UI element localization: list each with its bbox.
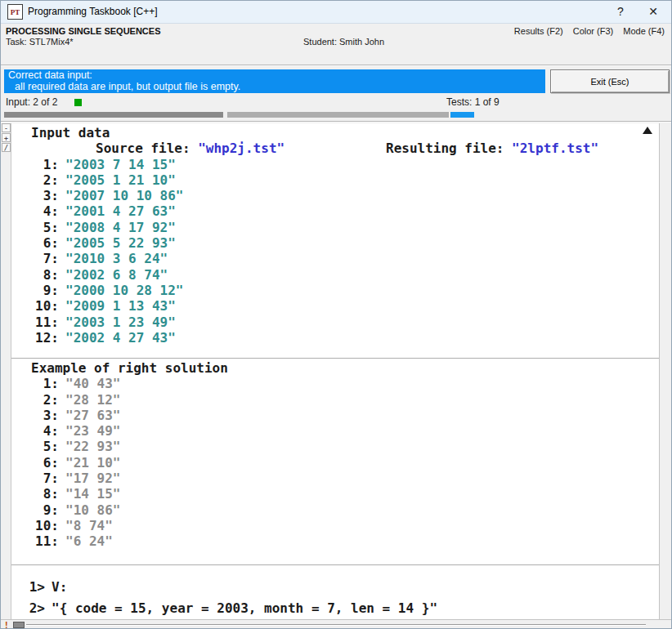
result-section: 1> V: 2> "{ code = 15, year = 2003, mont… xyxy=(16,577,644,619)
input-data-row: 8: "2002 6 8 74" xyxy=(16,267,644,283)
example-rows: 1: "40 43" 2: "28 12" 3: "27 63" 4: "23 … xyxy=(16,376,644,549)
example-row: 10: "8 74" xyxy=(16,518,644,533)
row-value: "23 49" xyxy=(65,423,120,439)
app-icon-letters: PT xyxy=(11,8,20,16)
task-window-text: Input data Source file:"whp2j.tst" Resul… xyxy=(16,123,644,619)
result-rows: 1> V: 2> "{ code = 15, year = 2003, mont… xyxy=(16,577,644,619)
app-window: PT Programming Taskbook [C++] ? ✕ PROCES… xyxy=(0,0,672,629)
example-row: 1: "40 43" xyxy=(16,376,644,391)
hscroll-thumb[interactable] xyxy=(13,622,25,628)
row-value: "2002 4 27 43" xyxy=(65,330,176,346)
content-panel: -+/ Input data Source file:"whp2j.tst" R… xyxy=(2,123,660,619)
resulting-file-group: Resulting file:"2lptf.tst" xyxy=(386,141,598,156)
example-row: 3: "27 63" xyxy=(16,408,644,423)
input-data-row: 7: "2010 3 6 24" xyxy=(16,251,644,266)
row-value: "6 24" xyxy=(65,533,113,549)
row-value: "2003 7 14 15" xyxy=(65,157,176,172)
row-number: 5: xyxy=(16,220,59,235)
row-value: "2009 1 13 43" xyxy=(65,298,176,314)
result-row: 2> "{ code = 15, year = 2003, month = 7,… xyxy=(16,598,644,619)
row-value: "2001 4 27 63" xyxy=(65,203,176,219)
input-counter: Input: 2 of 2 xyxy=(6,96,57,108)
row-value: "27 63" xyxy=(65,408,120,423)
example-title: Example of right solution xyxy=(16,360,644,376)
row-number: 9: xyxy=(16,502,59,518)
row-number: 3: xyxy=(16,408,59,423)
example-row: 6: "21 10" xyxy=(16,455,644,471)
header-menu: Results (F2)Color (F3)Mode (F4) xyxy=(514,26,665,36)
example-section: Example of right solution 1: "40 43" 2: … xyxy=(16,360,644,550)
input-data-section: Input data Source file:"whp2j.tst" Resul… xyxy=(16,125,644,346)
tests-counter: Tests: 1 of 9 xyxy=(446,96,500,108)
row-number: 6: xyxy=(16,455,59,471)
row-value: V: xyxy=(52,577,67,598)
alert-indicator: ! xyxy=(5,620,8,629)
resulting-file-name: "2lptf.tst" xyxy=(512,141,598,156)
gutter-button[interactable]: / xyxy=(2,143,11,152)
row-number: 1: xyxy=(16,157,59,172)
row-value: "2002 6 8 74" xyxy=(65,267,168,283)
row-number: 6: xyxy=(16,235,59,251)
input-data-row: 1: "2003 7 14 15" xyxy=(16,157,644,172)
row-number: 7: xyxy=(16,251,59,266)
input-data-row: 2: "2005 1 21 10" xyxy=(16,172,644,188)
row-value: "2003 1 23 49" xyxy=(65,314,176,330)
row-value: "2005 1 21 10" xyxy=(65,172,176,188)
row-value: "2007 10 10 86" xyxy=(65,188,184,203)
help-button[interactable]: ? xyxy=(611,1,630,23)
menu-item[interactable]: Results (F2) xyxy=(514,26,563,36)
example-row: 5: "22 93" xyxy=(16,439,644,454)
input-data-row: 10: "2009 1 13 43" xyxy=(16,298,644,314)
row-value: "10 86" xyxy=(65,502,120,518)
row-number: 1> xyxy=(16,577,45,598)
row-number: 11: xyxy=(16,314,59,330)
app-icon: PT xyxy=(7,4,23,20)
resulting-file-label: Resulting file: xyxy=(386,141,504,156)
row-value: "{ code = 15, year = 2003, month = 7, le… xyxy=(52,598,437,619)
row-value: "14 15" xyxy=(65,486,120,502)
row-number: 12: xyxy=(16,330,59,346)
input-data-row: 5: "2008 4 17 92" xyxy=(16,220,644,235)
banner-detail: all required data are input, but output … xyxy=(4,82,545,93)
example-row: 2: "28 12" xyxy=(16,392,644,408)
close-button[interactable]: ✕ xyxy=(643,1,663,23)
row-number: 4: xyxy=(16,203,59,219)
section-separator-1 xyxy=(11,358,659,359)
row-number: 1: xyxy=(16,376,59,391)
row-value: "2005 5 22 93" xyxy=(65,235,176,251)
input-data-row: 12: "2002 4 27 43" xyxy=(16,330,644,346)
row-value: "2000 10 28 12" xyxy=(65,283,184,298)
hscroll-track[interactable] xyxy=(26,624,646,625)
status-banner: Correct data input: all required data ar… xyxy=(4,69,545,93)
example-row: 9: "10 86" xyxy=(16,502,644,518)
input-data-row: 11: "2003 1 23 49" xyxy=(16,314,644,330)
example-row: 8: "14 15" xyxy=(16,486,644,502)
row-number: 2: xyxy=(16,172,59,188)
row-value: "2010 3 6 24" xyxy=(65,251,168,266)
menu-item[interactable]: Color (F3) xyxy=(573,26,614,36)
gutter-button[interactable]: + xyxy=(2,133,11,142)
title-bar: PT Programming Taskbook [C++] ? ✕ xyxy=(1,1,671,24)
input-progress-bar xyxy=(4,112,223,118)
row-number: 8: xyxy=(16,267,59,283)
input-data-row: 3: "2007 10 10 86" xyxy=(16,188,644,203)
source-file-group: Source file:"whp2j.tst" xyxy=(96,141,284,156)
row-number: 7: xyxy=(16,471,59,486)
input-data-row: 4: "2001 4 27 63" xyxy=(16,203,644,219)
gutter-button[interactable]: - xyxy=(2,123,11,132)
student-label: Student: Smith John xyxy=(303,37,384,47)
row-number: 2> xyxy=(16,598,45,619)
row-value: "17 92" xyxy=(65,471,120,486)
separator-groove-content xyxy=(1,121,672,123)
input-rows: 1: "2003 7 14 15" 2: "2005 1 21 10" 3: "… xyxy=(16,157,644,346)
row-number: 3: xyxy=(16,188,59,203)
task-progress-bar xyxy=(227,112,449,118)
row-value: "28 12" xyxy=(65,392,120,408)
row-number: 10: xyxy=(16,518,59,533)
separator-groove-top xyxy=(1,65,672,66)
exit-button[interactable]: Exit (Esc) xyxy=(550,69,670,93)
banner-title: Correct data input: xyxy=(4,69,545,82)
input-data-row: 6: "2005 5 22 93" xyxy=(16,235,644,251)
window-title: Programming Taskbook [C++] xyxy=(28,1,158,23)
menu-item[interactable]: Mode (F4) xyxy=(623,26,665,36)
